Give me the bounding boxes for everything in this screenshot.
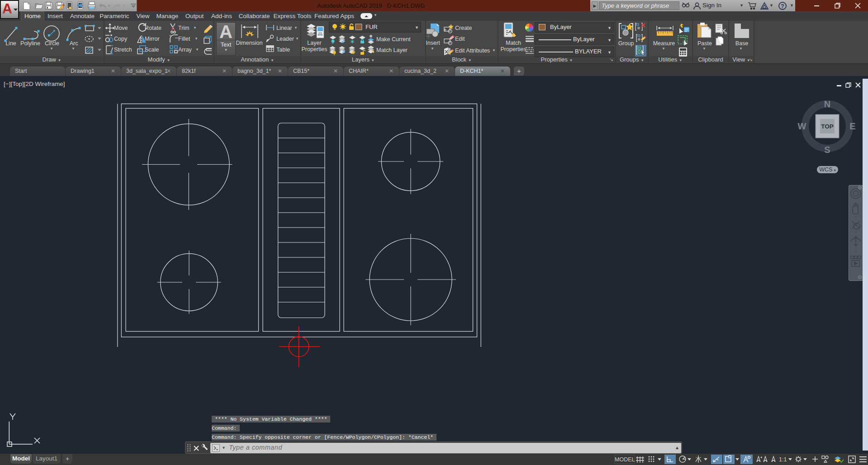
svg-text:1:1: 1:1 <box>779 456 787 463</box>
svg-text:N: N <box>824 99 830 109</box>
svg-text:?: ? <box>781 3 784 9</box>
svg-text:W: W <box>798 121 806 131</box>
svg-text:S: S <box>824 145 830 155</box>
svg-text:E: E <box>849 121 855 131</box>
svg-text:TOP: TOP <box>821 123 834 130</box>
svg-text:A: A <box>2 1 12 17</box>
